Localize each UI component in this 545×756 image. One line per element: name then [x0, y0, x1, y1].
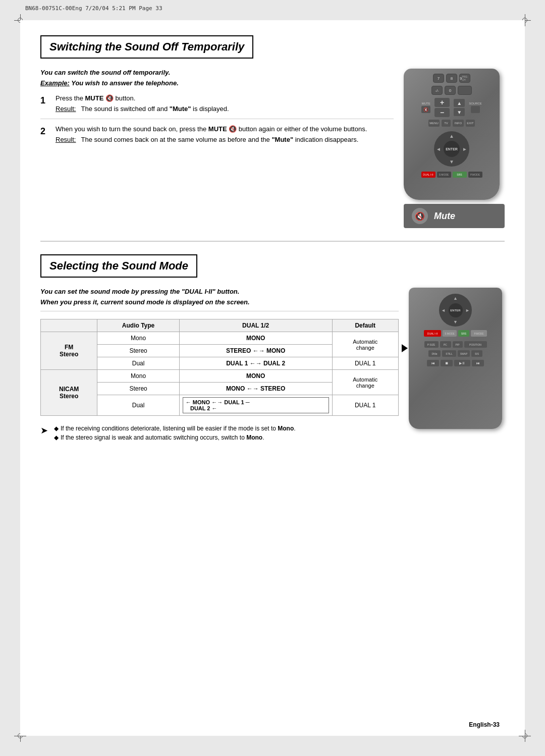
mute-indicator: 🔇 Mute: [404, 204, 505, 228]
arrow-up: ▲: [449, 133, 454, 139]
r2-pc: PC: [440, 341, 451, 348]
enter-btn: ENTER: [444, 141, 460, 157]
remote-top-buttons: 7 8 9PRE-CH: [433, 74, 470, 83]
info-btn: INFO: [453, 120, 464, 127]
btn-dash: -/-: [431, 86, 443, 95]
arrow-down: ▼: [449, 159, 454, 165]
th-audio-type: Audio Type: [97, 319, 179, 332]
mute-icon: 🔇: [412, 208, 428, 224]
arrow-pad: ▲ ▼ ◄ ► ENTER: [434, 131, 469, 167]
nicam-dual-default: DUAL 1: [332, 395, 399, 416]
vol-plus: +: [434, 98, 450, 107]
example-label: Example:: [40, 79, 70, 87]
notes-section: ➤ ◆ If the receiving conditions deterior…: [40, 425, 399, 443]
step2-result-text: The sound comes back on at the same volu…: [81, 136, 358, 143]
fm-dual-default: DUAL 1: [332, 357, 399, 370]
table-row: NICAMStereo Mono MONO Automaticchange: [41, 370, 399, 383]
remote-control-1: 7 8 9PRE-CH -/- 0: [404, 69, 500, 200]
note-bullet-2: ◆ If the stereo signal is weak and autom…: [54, 434, 399, 441]
step1-main: Press the MUTE 🔇 button.: [56, 94, 394, 102]
step2-content: When you wish to turn the sound back on,…: [56, 125, 394, 143]
ch-down: ▼: [454, 108, 465, 116]
exit-btn: EXIT: [466, 120, 475, 127]
r2-dnle: DNle: [428, 350, 441, 357]
note-item: ➤ ◆ If the receiving conditions deterior…: [40, 425, 399, 443]
th-empty: [41, 319, 97, 332]
remote-control-2: ▲ ▼ ◄ ► ENTER DUAL I-II S MODE SRS P.MOD…: [409, 288, 502, 429]
ch-up: ▲: [454, 99, 465, 107]
tv-btn: TV: [442, 120, 451, 127]
page-number: English-33: [469, 721, 500, 728]
menu-btn: MENU: [428, 120, 440, 127]
r2-still: STILL: [442, 350, 456, 357]
r2-arrow-up: ▲: [453, 296, 458, 301]
indicator-arrow: [402, 344, 408, 352]
nicam-stereo-type: Stereo: [97, 383, 179, 395]
print-header: BN68-00751C-00Eng 7/20/04 5:21 PM Page 3…: [25, 5, 162, 12]
section-divider: [40, 241, 505, 242]
s-mode-btn: S MODE: [437, 172, 451, 178]
r2-arrow-down: ▼: [453, 319, 458, 325]
fm-dual-type: Dual: [97, 357, 179, 370]
th-default: Default: [332, 319, 399, 332]
r2-ff: ⏭: [472, 360, 484, 366]
srs-btn: SRS: [453, 172, 467, 178]
r2-srs-btn: SRS: [458, 330, 469, 337]
nicam-mono-type: Mono: [97, 370, 179, 383]
section1: Switching the Sound Off Temporarily You …: [40, 35, 505, 228]
fm-stereo-dual: STEREO ←→ MONO: [179, 345, 332, 357]
nicam-dual-type: Dual: [97, 395, 179, 416]
r2-row3: DNle STILL SWAP SIS: [428, 350, 482, 357]
r2-swap: SWAP: [458, 350, 470, 357]
sound-table: Audio Type DUAL 1/2 Default FMStereo Mon…: [40, 319, 399, 416]
step1: 1 Press the MUTE 🔇 button. Result: The s…: [40, 94, 394, 119]
diamond-icon-2: ◆: [54, 434, 59, 441]
p-mode-btn: P.MODE: [468, 172, 482, 178]
r2-play: ▶⏸: [454, 360, 470, 366]
arrow-right: ►: [462, 146, 467, 152]
step1-content: Press the MUTE 🔇 button. Result: The sou…: [56, 94, 394, 113]
btn-0: 0: [445, 86, 456, 95]
r2-enter-btn: ENTER: [449, 303, 463, 317]
step2: 2 When you wish to turn the sound back o…: [40, 125, 394, 149]
section2-intro2: When you press it, current sound mode is…: [40, 298, 399, 306]
example-text: You wish to answer the telephone.: [70, 79, 179, 87]
fm-mono-dual: MONO: [179, 332, 332, 345]
step1-result: Result: The sound is switched off and "M…: [56, 105, 394, 113]
page-container: BN68-00751C-00Eng 7/20/04 5:21 PM Page 3…: [0, 0, 545, 756]
dual-btn: DUAL I-II: [421, 172, 435, 178]
mute-area: MUTE 🔇: [421, 102, 430, 113]
step1-result-label: Result:: [56, 105, 76, 113]
steps-container: 1 Press the MUTE 🔇 button. Result: The s…: [40, 94, 394, 149]
r2-position: POSITION: [464, 341, 487, 348]
fm-mono-type: Mono: [97, 332, 179, 345]
table-header-row: Audio Type DUAL 1/2 Default: [41, 319, 399, 332]
mute-label: Mute: [434, 211, 455, 222]
source-area: SOURCE: [469, 102, 482, 113]
remote-mid-buttons: -/- 0: [431, 86, 472, 95]
fm-stereo-type: Stereo: [97, 345, 179, 357]
r2-bottom-row1: DUAL I-II S MODE SRS P.MODE: [424, 330, 487, 337]
r2-row2: P SIZE PC PIP POSITION: [424, 341, 487, 348]
step2-number: 2: [40, 126, 56, 143]
step1-number: 1: [40, 95, 56, 113]
r2-rew: ⏮: [427, 360, 439, 366]
tv-info-row: MENU TV INFO EXIT: [428, 120, 475, 127]
vol-minus: −: [434, 108, 450, 117]
table-row: FMStereo Mono MONO Automaticchange: [41, 332, 399, 345]
nicam-mono-dual: MONO: [179, 370, 332, 383]
r2-sis: SIS: [471, 350, 482, 357]
r2-arrow-pad: ▲ ▼ ◄ ► ENTER: [439, 294, 472, 327]
section2-intro1: You can set the sound mode by pressing t…: [40, 288, 399, 295]
note-bullets: ◆ If the receiving conditions deteriorat…: [54, 425, 399, 443]
btn-9: 9PRE-CH: [459, 74, 470, 83]
section2-remote-image: ▲ ▼ ◄ ► ENTER DUAL I-II S MODE SRS P.MOD…: [409, 288, 505, 446]
fm-stereo-label: FMStereo: [41, 332, 97, 370]
nicam-stereo-label: NICAMStereo: [41, 370, 97, 416]
note-bullet-1: ◆ If the receiving conditions deteriorat…: [54, 425, 399, 432]
section1-remote-image: 7 8 9PRE-CH -/- 0: [404, 69, 505, 228]
remote-bottom-row: DUAL I-II S MODE SRS P.MODE: [421, 172, 482, 178]
table-divider: [40, 311, 399, 311]
step2-result: Result: The sound comes back on at the s…: [56, 136, 394, 143]
channel-controls: ▲ ▼: [454, 99, 465, 116]
